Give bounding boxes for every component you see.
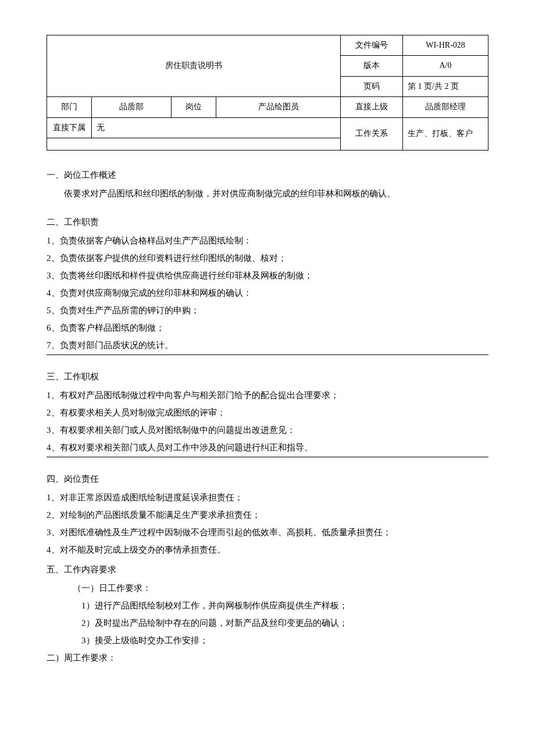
section-work-content: 五、工作内容要求 （一）日工作要求： 1）进行产品图纸绘制校对工作，并向网板制作… xyxy=(47,562,488,665)
section-responsibility: 四、岗位责任 1、对非正常原因造成图纸绘制进度延误承担责任； 2、对绘制的产品图… xyxy=(47,472,488,557)
page-value: 第 1 页/共 2 页 xyxy=(403,76,488,96)
document-title: 房住职责说明书 xyxy=(47,35,341,97)
authority-item: 3、有权要求相关部门或人员对图纸制做中的问题提出改进意见： xyxy=(47,423,488,437)
section-1-body: 依要求对产品图纸和丝印图纸的制做，并对供应商制做完成的丝印菲林和网板的确认。 xyxy=(47,187,488,200)
daily-item: 1）进行产品图纸绘制校对工作，并向网板制作供应商提供生产样板； xyxy=(47,599,488,612)
supervisor-value: 品质部经理 xyxy=(403,97,488,117)
daily-item: 3）接受上级临时交办工作安排； xyxy=(47,633,488,647)
section-1-heading: 一、岗位工作概述 xyxy=(47,168,488,182)
doc-no-label: 文件编号 xyxy=(341,35,403,56)
duty-item: 7、负责对部门品质状况的统计。 xyxy=(47,338,488,355)
version-label: 版本 xyxy=(341,56,403,76)
relation-label: 工作关系 xyxy=(341,117,403,150)
responsibility-item: 2、对绘制的产品图纸质量不能满足生产要求承担责任； xyxy=(47,508,488,522)
duty-item: 6、负责客户样品图纸的制做； xyxy=(47,321,488,335)
authority-item: 2、有权要求相关人员对制做完成图纸的评审； xyxy=(47,406,488,420)
daily-item: 2）及时提出产品绘制中存在的问题，对新产品及丝印变更品的确认； xyxy=(47,616,488,630)
responsibility-item: 1、对非正常原因造成图纸绘制进度延误承担责任； xyxy=(47,490,488,504)
position-value: 产品绘图员 xyxy=(216,97,341,117)
supervisor-label: 直接上级 xyxy=(341,97,403,117)
duty-item: 3、负责将丝印图纸和样件提供给供应商进行丝印菲林及网板的制做； xyxy=(47,268,488,282)
section-overview: 一、岗位工作概述 依要求对产品图纸和丝印图纸的制做，并对供应商制做完成的丝印菲林… xyxy=(47,168,488,200)
duty-item: 5、负责对生产产品所需的钾订的申购； xyxy=(47,303,488,317)
section-authority: 三、工作职权 1、有权对产品图纸制做过程中向客户与相关部门给予的配合提出合理要求… xyxy=(47,370,488,457)
dept-value: 品质部 xyxy=(92,97,172,117)
responsibility-item: 4、对不能及时完成上级交办的事情承担责任。 xyxy=(47,543,488,557)
authority-item: 1、有权对产品图纸制做过程中向客户与相关部门给予的配合提出合理要求； xyxy=(47,388,488,402)
weekly-heading: 二）周工作要求： xyxy=(47,651,488,665)
document-page: 房住职责说明书 文件编号 WI-HR-028 版本 A/0 页码 第 1 页/共… xyxy=(47,35,488,665)
authority-item: 4、有权对要求相关部门或人员对工作中涉及的问题进行纠正和指导。 xyxy=(47,440,488,457)
section-duties: 二、工作职责 1、负责依据客户确认合格样品对生产产品图纸绘制： 2、负责依据客户… xyxy=(47,215,488,355)
page-label: 页码 xyxy=(341,76,403,96)
version-value: A/0 xyxy=(403,56,488,76)
duty-item: 4、负责对供应商制做完成的丝印菲林和网板的确认： xyxy=(47,286,488,300)
doc-no-value: WI-HR-028 xyxy=(403,35,488,56)
section-2-heading: 二、工作职责 xyxy=(47,215,488,229)
subordinate-value: 无 xyxy=(92,117,341,138)
subordinate-label: 直接下属 xyxy=(47,117,92,138)
daily-heading: （一）日工作要求： xyxy=(47,581,488,595)
header-table: 房住职责说明书 文件编号 WI-HR-028 版本 A/0 页码 第 1 页/共… xyxy=(47,35,488,151)
duty-item: 1、负责依据客户确认合格样品对生产产品图纸绘制： xyxy=(47,234,488,248)
position-label: 岗位 xyxy=(172,97,216,117)
duty-item: 2、负责依据客户提供的丝印资料进行丝印图纸的制做、核对； xyxy=(47,251,488,265)
relation-value: 生产、打板、客户 xyxy=(403,117,488,150)
section-3-heading: 三、工作职权 xyxy=(47,370,488,384)
responsibility-item: 3、对图纸准确性及生产过程中因制做不合理而引起的低效率、高损耗、低质量承担责任； xyxy=(47,525,488,539)
dept-label: 部门 xyxy=(47,97,92,117)
section-5-heading: 五、工作内容要求 xyxy=(47,562,488,576)
section-4-heading: 四、岗位责任 xyxy=(47,472,488,486)
